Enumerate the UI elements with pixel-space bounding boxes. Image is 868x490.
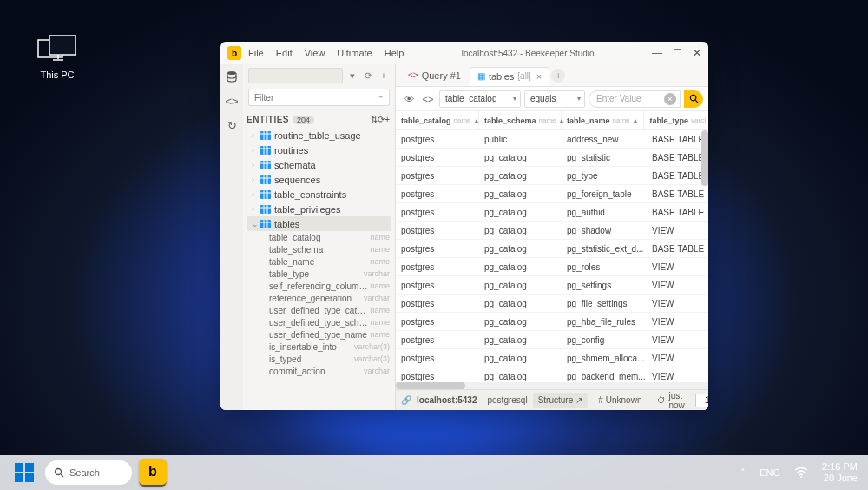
filter-operator-select[interactable]: equals [524,90,585,108]
cell: pg_shmem_alloca... [562,349,647,367]
tab-close-icon[interactable]: × [536,71,542,82]
column-name: commit_action [269,367,364,376]
tree-item[interactable]: ›sequences [243,172,395,187]
column-item[interactable]: table_typevarchar [243,268,395,280]
tree-item[interactable]: ›routine_table_usage [243,128,395,142]
cell: pg_file_settings [562,295,647,312]
maximize-button[interactable]: ☐ [673,47,682,59]
table-row[interactable]: postgrespg_catalogpg_statisticBASE TABLE [396,149,708,167]
tree-item[interactable]: ›routines [243,142,395,157]
column-item[interactable]: self_referencing_column...name [243,280,395,292]
query-icon[interactable]: <> [225,94,239,108]
column-item[interactable]: user_defined_type_catalogname [243,304,395,316]
entities-label: ENTITIES [247,115,289,124]
taskbar-search[interactable]: Search [45,460,132,485]
taskbar-app-beekeeper[interactable]: b [139,459,167,487]
svg-rect-37 [15,473,23,482]
code-toggle-icon[interactable]: <> [420,91,436,107]
database-select[interactable] [248,68,343,83]
column-item[interactable]: reference_generationvarchar [243,292,395,304]
menu-file[interactable]: File [248,48,264,58]
horizontal-scrollbar-track[interactable] [396,382,708,389]
chevron-icon: › [252,190,260,199]
tab-query[interactable]: <> Query #1 [401,66,468,85]
col-header[interactable]: table_typevarcl [644,111,708,129]
tray-clock[interactable]: 2:16 PM 20 June [822,461,858,484]
hash-icon: # [598,395,603,405]
wifi-icon[interactable] [794,467,808,478]
column-item[interactable]: is_typedvarchar(3) [243,353,395,365]
table-row[interactable]: postgrespg_catalogpg_shmem_alloca...VIEW [396,349,708,368]
column-name: reference_generation [269,294,364,303]
column-item[interactable]: table_namename [243,255,395,268]
table-row[interactable]: postgrespg_catalogpg_backend_mem...VIEW [396,368,708,382]
col-header[interactable]: table_namename▲ [562,111,644,129]
refresh-icon[interactable]: ⟳ [362,70,374,82]
eye-icon[interactable]: 👁 [401,91,417,107]
tray-chevron-icon[interactable]: ˄ [740,467,746,479]
table-icon [260,131,271,140]
tree-item[interactable]: ›table_privileges [243,202,395,216]
column-type: name [370,245,390,254]
add-icon[interactable]: + [378,70,390,81]
filter-column-select[interactable]: table_catalog [439,90,521,108]
table-icon [260,161,271,169]
tree-item[interactable]: ⌄tables [247,216,391,231]
column-item[interactable]: table_schemaname [243,243,395,255]
vertical-scrollbar[interactable] [701,130,708,186]
table-row[interactable]: postgrespg_catalogpg_settingsVIEW [396,276,708,295]
menu-help[interactable]: Help [385,48,404,58]
menu-view[interactable]: View [305,48,326,58]
table-row[interactable]: postgrespg_catalogpg_authidBASE TABLE [396,203,708,222]
table-row[interactable]: postgrespg_catalogpg_hba_file_rulesVIEW [396,313,708,331]
column-item[interactable]: user_defined_type_sche...name [243,316,395,328]
table-row[interactable]: postgrespg_catalogpg_shadowVIEW [396,222,708,240]
dropdown-icon[interactable]: ▾ [346,70,358,82]
close-button[interactable]: ✕ [693,47,701,59]
page-input[interactable] [695,394,708,407]
filter-value-input[interactable]: Enter Value × [589,90,681,108]
filter-apply-button[interactable] [684,90,703,108]
menu-edit[interactable]: Edit [276,48,293,58]
horizontal-scrollbar-thumb[interactable] [396,382,465,389]
table-row[interactable]: postgrespublicaddress_newBASE TABLE [396,130,708,149]
minimize-button[interactable]: — [652,47,662,59]
cell: postgres [396,240,479,257]
cell: pg_roles [562,258,647,275]
svg-point-39 [56,469,62,475]
table-row[interactable]: postgrespg_catalogpg_file_settingsVIEW [396,295,708,313]
desktop-icon-this-pc[interactable]: This PC [30,35,84,80]
column-name: table_schema [269,245,370,255]
start-button[interactable] [10,459,38,487]
collapse-icon[interactable]: ⇅ [371,115,378,124]
table-row[interactable]: postgrespg_catalogpg_configVIEW [396,331,708,349]
entities-filter-input[interactable] [248,89,390,106]
table-row[interactable]: postgrespg_catalogpg_typeBASE TABLE [396,167,708,185]
col-header[interactable]: table_catalogname▲ [396,111,479,129]
table-row[interactable]: postgrespg_catalogpg_foreign_tableBASE T… [396,185,708,203]
col-header[interactable]: table_schemaname▲ [479,111,562,129]
table-row[interactable]: postgrespg_catalogpg_statistic_ext_d...B… [396,240,708,258]
new-tab-button[interactable]: + [551,69,565,83]
tree-item[interactable]: ›table_constraints [243,187,395,202]
column-item[interactable]: user_defined_type_namename [243,328,395,341]
lastrun-status: ⏱just now [652,393,689,408]
tree-item[interactable]: ›schemata [243,157,395,172]
column-name: user_defined_type_sche... [269,318,370,328]
column-item[interactable]: commit_actionvarchar [243,365,395,377]
clear-filter-icon[interactable]: × [664,93,676,105]
add-entity-icon[interactable]: + [385,115,390,124]
column-item[interactable]: table_catalogname [243,231,395,243]
tray-lang[interactable]: ENG [760,467,780,478]
refresh-entities-icon[interactable]: ⟳ [378,115,385,124]
tab-tables[interactable]: ▦ tables [all] × [470,67,549,86]
structure-button[interactable]: Structure↗ [533,393,589,408]
column-item[interactable]: is_insertable_intovarchar(3) [243,341,395,353]
window-title: localhost:5432 - Beekeeper Studio [404,49,652,58]
history-icon[interactable]: ↻ [225,118,239,132]
column-type: name [370,330,390,339]
menu-ultimate[interactable]: Ultimate [337,48,372,58]
table-row[interactable]: postgrespg_catalogpg_rolesVIEW [396,258,708,276]
database-icon[interactable] [225,70,239,83]
svg-rect-35 [15,463,23,472]
